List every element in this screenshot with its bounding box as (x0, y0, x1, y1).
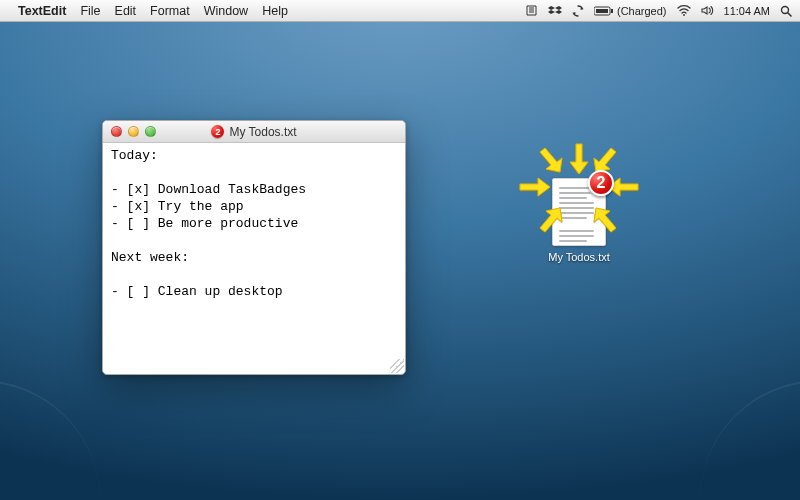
editor-line: - [ ] Be more productive (111, 216, 298, 231)
file-label: My Todos.txt (534, 251, 624, 263)
svg-point-3 (683, 14, 685, 16)
zoom-button[interactable] (145, 126, 156, 137)
menu-edit[interactable]: Edit (115, 4, 137, 18)
editor-line: - [x] Try the app (111, 199, 244, 214)
app-menu[interactable]: TextEdit (18, 4, 66, 18)
spotlight-icon[interactable] (780, 5, 792, 17)
file-badge: 2 (588, 170, 614, 196)
window-titlebar[interactable]: 2 My Todos.txt (103, 121, 405, 143)
menu-extra-icon[interactable] (525, 5, 538, 16)
editor-line: Next week: (111, 250, 189, 265)
resize-handle[interactable] (390, 359, 404, 373)
text-editor[interactable]: Today: - [x] Download TaskBadges - [x] T… (103, 143, 405, 374)
editor-line: Today: (111, 148, 158, 163)
menu-window[interactable]: Window (204, 4, 248, 18)
file-icon: 2 (552, 178, 606, 246)
close-button[interactable] (111, 126, 122, 137)
menubar: TextEdit File Edit Format Window Help (C… (0, 0, 800, 22)
menu-format[interactable]: Format (150, 4, 190, 18)
editor-line: - [x] Download TaskBadges (111, 182, 306, 197)
volume-icon[interactable] (701, 5, 714, 16)
title-badge: 2 (211, 125, 224, 138)
wallpaper-decoration (700, 380, 800, 500)
battery-label: (Charged) (617, 5, 667, 17)
battery-status[interactable]: (Charged) (594, 5, 667, 17)
menu-help[interactable]: Help (262, 4, 288, 18)
sync-icon[interactable] (572, 5, 584, 17)
desktop-file-icon[interactable]: 2 My Todos.txt (534, 178, 624, 263)
wallpaper-decoration (0, 380, 100, 500)
svg-line-5 (788, 13, 791, 16)
editor-line: - [ ] Clean up desktop (111, 284, 283, 299)
wifi-icon[interactable] (677, 5, 691, 16)
clock[interactable]: 11:04 AM (724, 5, 770, 17)
svg-rect-2 (611, 9, 613, 13)
textedit-window: 2 My Todos.txt Today: - [x] Download Tas… (102, 120, 406, 375)
minimize-button[interactable] (128, 126, 139, 137)
dropbox-icon[interactable] (548, 5, 562, 16)
window-title: My Todos.txt (229, 125, 296, 139)
svg-rect-1 (596, 9, 608, 13)
menu-file[interactable]: File (80, 4, 100, 18)
